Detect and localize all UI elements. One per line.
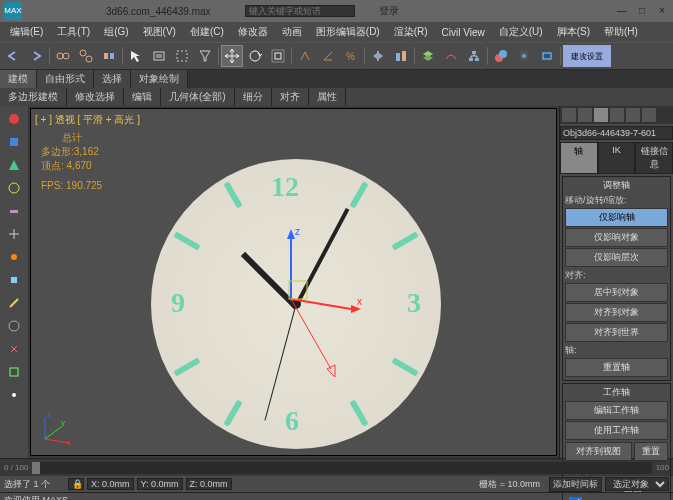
frame-slider[interactable] [32, 462, 651, 474]
lt-8-icon[interactable] [3, 269, 25, 291]
coord-x[interactable]: X: 0.0mm [87, 478, 134, 490]
align-to-object-button[interactable]: 对齐到对象 [565, 303, 668, 322]
object-name-field[interactable] [560, 126, 673, 140]
lt-9-icon[interactable] [3, 292, 25, 314]
close-button[interactable]: × [655, 4, 669, 18]
menu-anim[interactable]: 动画 [276, 23, 308, 41]
rotate-icon[interactable] [244, 45, 266, 67]
utility-tab-icon[interactable] [642, 108, 656, 122]
select-region-icon[interactable] [171, 45, 193, 67]
layer-icon[interactable] [417, 45, 439, 67]
timeline[interactable]: 0 / 100 100 [0, 458, 673, 476]
edit-wp-button[interactable]: 编辑工作轴 [565, 401, 668, 420]
lt-10-icon[interactable] [3, 315, 25, 337]
create-tab-icon[interactable] [562, 108, 576, 122]
mirror-icon[interactable] [367, 45, 389, 67]
align-to-world-button[interactable]: 对齐到世界 [565, 323, 668, 342]
percent-snap-icon[interactable]: % [340, 45, 362, 67]
use-wp-button[interactable]: 使用工作轴 [565, 421, 668, 440]
quickset-button[interactable]: 建攻设置 [563, 45, 611, 67]
lt-11-icon[interactable] [3, 338, 25, 360]
reset-wp-button[interactable]: 重置 [634, 442, 668, 461]
menu-script[interactable]: 脚本(S) [551, 23, 596, 41]
lt-7-icon[interactable] [3, 246, 25, 268]
bind-icon[interactable] [98, 45, 120, 67]
center-to-object-button[interactable]: 居中到对象 [565, 283, 668, 302]
unlink-icon[interactable] [75, 45, 97, 67]
lt-3-icon[interactable] [3, 154, 25, 176]
login-link[interactable]: 登录 [379, 4, 399, 18]
select-name-icon[interactable] [148, 45, 170, 67]
menu-edit[interactable]: 编辑(E) [4, 23, 49, 41]
tab-pivot[interactable]: 轴 [560, 142, 598, 174]
display-tab-icon[interactable] [626, 108, 640, 122]
menu-help[interactable]: 帮助(H) [598, 23, 644, 41]
subtab-align[interactable]: 对齐 [272, 88, 309, 106]
undo-icon[interactable] [2, 45, 24, 67]
lt-13-icon[interactable] [3, 384, 25, 406]
angle-snap-icon[interactable] [317, 45, 339, 67]
lt-6-icon[interactable] [3, 223, 25, 245]
menu-modifier[interactable]: 修改器 [232, 23, 274, 41]
viewport-label[interactable]: [ + ] 透视 [ 平滑 + 高光 ] [35, 113, 140, 127]
selection-mode-dropdown[interactable]: 选定对象 [605, 477, 669, 491]
material-icon[interactable] [490, 45, 512, 67]
svg-rect-27 [10, 210, 18, 213]
search-input[interactable] [245, 5, 355, 17]
schematic-icon[interactable] [463, 45, 485, 67]
select-filter-icon[interactable] [194, 45, 216, 67]
affect-hierarchy-only-button[interactable]: 仅影响层次 [565, 248, 668, 267]
minimize-button[interactable]: — [615, 4, 629, 18]
maximize-button[interactable]: □ [635, 4, 649, 18]
add-time-tag[interactable]: 添加时间标 [549, 477, 602, 492]
viewport[interactable]: [ + ] 透视 [ 平滑 + 高光 ] 总计 多边形:3,162 顶点: 4,… [30, 108, 557, 456]
subtab-edit[interactable]: 编辑 [124, 88, 161, 106]
render-icon[interactable] [536, 45, 558, 67]
align-icon[interactable] [390, 45, 412, 67]
tab-objpaint[interactable]: 对象绘制 [131, 70, 188, 88]
lt-4-icon[interactable] [3, 177, 25, 199]
menu-view[interactable]: 视图(V) [137, 23, 182, 41]
subtab-subdiv[interactable]: 细分 [235, 88, 272, 106]
affect-pivot-only-button[interactable]: 仅影响轴 [565, 208, 668, 227]
reset-pivot-button[interactable]: 重置轴 [565, 358, 668, 377]
lt-12-icon[interactable] [3, 361, 25, 383]
menu-render[interactable]: 渲染(R) [388, 23, 434, 41]
align-to-view-button[interactable]: 对齐到视图 [565, 442, 632, 461]
redo-icon[interactable] [25, 45, 47, 67]
menu-civil[interactable]: Civil View [436, 25, 491, 40]
link-icon[interactable] [52, 45, 74, 67]
menu-graph[interactable]: 图形编辑器(D) [310, 23, 386, 41]
modify-tab-icon[interactable] [578, 108, 592, 122]
tab-freeform[interactable]: 自由形式 [37, 70, 94, 88]
motion-tab-icon[interactable] [610, 108, 624, 122]
menu-create[interactable]: 创建(C) [184, 23, 230, 41]
lt-5-icon[interactable] [3, 200, 25, 222]
tab-link[interactable]: 链接信息 [635, 142, 673, 174]
subtab-geom[interactable]: 几何体(全部) [161, 88, 235, 106]
tab-modeling[interactable]: 建模 [0, 70, 37, 88]
chk-align-view[interactable]: 对齐到视图 [565, 496, 668, 500]
menu-tools[interactable]: 工具(T) [51, 23, 96, 41]
lock-icon[interactable]: 🔒 [68, 478, 84, 490]
lt-1-icon[interactable] [3, 108, 25, 130]
tab-ik[interactable]: IK [598, 142, 636, 174]
coord-z[interactable]: Z: 0.0mm [186, 478, 232, 490]
subtab-modsel[interactable]: 修改选择 [67, 88, 124, 106]
menu-custom[interactable]: 自定义(U) [493, 23, 549, 41]
subtab-prop[interactable]: 属性 [309, 88, 346, 106]
subtab-poly[interactable]: 多边形建模 [0, 88, 67, 106]
lt-2-icon[interactable] [3, 131, 25, 153]
curve-editor-icon[interactable] [440, 45, 462, 67]
scale-icon[interactable] [267, 45, 289, 67]
menu-group[interactable]: 组(G) [98, 23, 134, 41]
hierarchy-tab-icon[interactable] [594, 108, 608, 122]
affect-object-only-button[interactable]: 仅影响对象 [565, 228, 668, 247]
tab-select[interactable]: 选择 [94, 70, 131, 88]
select-icon[interactable] [125, 45, 147, 67]
coord-y[interactable]: Y: 0.0mm [137, 478, 183, 490]
render-setup-icon[interactable] [513, 45, 535, 67]
transform-gizmo[interactable]: z x [291, 299, 431, 419]
move-icon[interactable] [221, 45, 243, 67]
snap-icon[interactable] [294, 45, 316, 67]
